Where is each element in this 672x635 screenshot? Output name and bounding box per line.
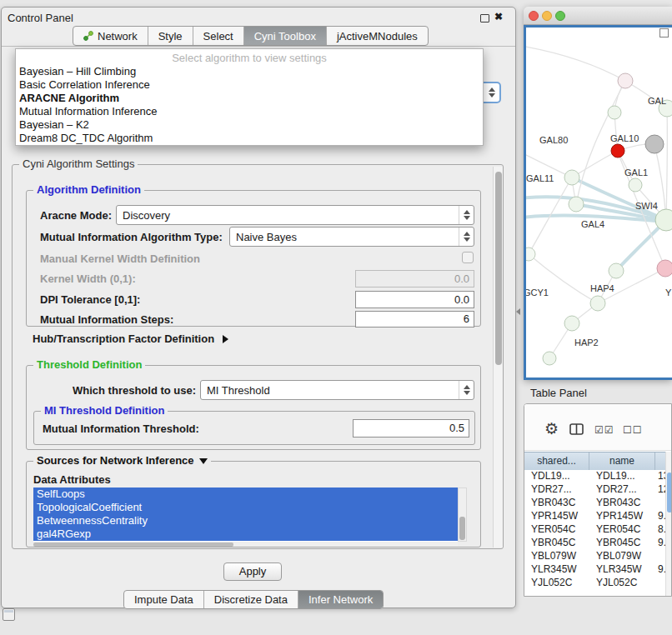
- minimize-traffic-light-icon[interactable]: [542, 11, 552, 21]
- tab-network[interactable]: Network: [73, 27, 148, 45]
- list-item-betweennesscentrality[interactable]: BetweennessCentrality: [33, 514, 458, 528]
- network-node-selected[interactable]: [645, 135, 664, 153]
- expanded-arrow-icon[interactable]: [199, 458, 208, 464]
- table-cell[interactable]: 9.: [655, 563, 665, 575]
- table-row[interactable]: YDR27... YDR27... 12: [524, 482, 665, 496]
- tab-impute-data[interactable]: Impute Data: [124, 591, 204, 608]
- mi-algorithm-type-select[interactable]: Naive Bayes: [229, 227, 474, 247]
- list-item-gal4rgexp[interactable]: gal4RGexp: [33, 528, 458, 541]
- network-node[interactable]: [609, 263, 624, 278]
- table-row[interactable]: YBR043C YBR043C: [524, 496, 665, 509]
- collapsed-arrow-icon[interactable]: [223, 335, 228, 343]
- zoom-traffic-light-icon[interactable]: [555, 11, 565, 21]
- table-cell[interactable]: YER054C: [524, 523, 589, 535]
- sources-toggle[interactable]: Sources for Network Inference: [33, 454, 211, 467]
- hub-definition-toggle[interactable]: Hub/Transcription Factor Definition: [33, 332, 228, 345]
- settings-scrollbar-thumb[interactable]: [495, 172, 502, 365]
- table-cell[interactable]: YJL052C: [524, 577, 589, 588]
- table-row[interactable]: YPR145W YPR145W 9.: [524, 509, 665, 522]
- tab-jactivemodules[interactable]: jActiveMNodules: [327, 27, 428, 45]
- table-cell[interactable]: 9.: [655, 537, 665, 548]
- table-cell[interactable]: YBL079W: [524, 550, 589, 562]
- network-node[interactable]: [526, 248, 535, 261]
- table-cell[interactable]: YDR27...: [524, 483, 589, 495]
- network-node[interactable]: [618, 73, 633, 88]
- table-cell[interactable]: 12: [655, 483, 665, 495]
- tab-cyni-toolbox[interactable]: Cyni Toolbox: [244, 27, 327, 45]
- network-window-titlebar[interactable]: [524, 7, 672, 25]
- column-layout-icon[interactable]: [569, 423, 584, 435]
- minimized-panel-icon[interactable]: [3, 608, 15, 621]
- deselect-all-checks-icon[interactable]: ☐☐: [623, 424, 643, 436]
- table-cell[interactable]: 13: [655, 470, 665, 482]
- table-row[interactable]: YDL19... YDL19... 13: [524, 469, 665, 482]
- dropdown-item-aracne[interactable]: ARACNE Algorithm: [16, 92, 483, 105]
- list-item-selfloops[interactable]: SelfLoops: [33, 488, 458, 501]
- network-node[interactable]: [564, 316, 579, 331]
- tab-style[interactable]: Style: [148, 27, 193, 45]
- network-node-highlighted[interactable]: [611, 144, 624, 158]
- mi-threshold-field[interactable]: 0.5: [353, 419, 469, 438]
- network-node[interactable]: [608, 106, 621, 119]
- table-cell[interactable]: YLR345W: [589, 563, 655, 575]
- aracne-mode-select[interactable]: Discovery: [116, 205, 474, 225]
- list-scrollbar-thumb[interactable]: [459, 517, 465, 540]
- manual-kernel-width-checkbox[interactable]: [462, 252, 474, 263]
- list-hscrollbar[interactable]: [33, 542, 458, 547]
- table-cell[interactable]: YJL052C: [589, 577, 655, 588]
- dpi-tolerance-field[interactable]: 0.0: [355, 291, 474, 308]
- table-cell[interactable]: YBL079W: [589, 550, 655, 562]
- table-cell[interactable]: YDR27...: [589, 483, 655, 495]
- table-scrollbar[interactable]: [665, 452, 672, 597]
- network-node[interactable]: [543, 352, 556, 365]
- settings-scrollbar[interactable]: [493, 167, 503, 548]
- network-node[interactable]: [569, 197, 584, 212]
- dropdown-item-bayesian-k2[interactable]: Bayesian – K2: [16, 118, 483, 132]
- table-cell[interactable]: YDL19...: [524, 470, 589, 482]
- table-row[interactable]: YER054C YER054C 8.: [524, 522, 665, 536]
- list-hscrollbar-thumb[interactable]: [33, 542, 233, 547]
- network-canvas[interactable]: GAL80 GAL10 GAL GAL11 GAL1 SWI4 GAL4 GCY…: [526, 28, 672, 378]
- table-cell[interactable]: 9.: [655, 510, 665, 522]
- network-node-pink[interactable]: [657, 260, 672, 277]
- close-icon[interactable]: ✖: [494, 11, 503, 22]
- apply-button[interactable]: Apply: [223, 562, 282, 581]
- network-node[interactable]: [590, 296, 605, 311]
- table-row[interactable]: YBR045C YBR045C 9.: [524, 536, 665, 549]
- dropdown-item-mutual-information[interactable]: Mutual Information Inference: [16, 105, 483, 118]
- table-row[interactable]: YJL052C YJL052C: [524, 576, 665, 589]
- table-cell[interactable]: YBR043C: [524, 497, 589, 508]
- splitter-collapse-arrow[interactable]: [516, 308, 520, 315]
- table-cell[interactable]: YBR045C: [524, 537, 589, 548]
- kernel-width-field[interactable]: 0.0: [355, 270, 474, 288]
- table-cell[interactable]: YPR145W: [589, 510, 655, 522]
- table-cell[interactable]: YBR043C: [589, 497, 655, 508]
- table-cell[interactable]: 8.: [655, 523, 665, 535]
- column-header-name[interactable]: name: [589, 452, 655, 470]
- list-item-topologicalcoefficient[interactable]: TopologicalCoefficient: [33, 501, 458, 514]
- mi-steps-field[interactable]: 6: [355, 311, 474, 328]
- dropdown-item-dream8[interactable]: Dream8 DC_TDC Algorithm: [16, 132, 483, 145]
- float-window-icon[interactable]: [480, 14, 489, 22]
- list-scrollbar[interactable]: [458, 488, 467, 542]
- tab-infer-network[interactable]: Infer Network: [298, 591, 383, 608]
- table-row[interactable]: YBL079W YBL079W: [524, 549, 665, 562]
- table-cell[interactable]: YBR045C: [589, 537, 655, 548]
- table-cell[interactable]: YDL19...: [589, 470, 655, 482]
- tab-discretize-data[interactable]: Discretize Data: [204, 591, 298, 608]
- table-row[interactable]: YLR345W YLR345W 9.: [524, 562, 665, 576]
- which-threshold-select[interactable]: MI Threshold: [200, 380, 474, 400]
- table-cell[interactable]: YLR345W: [524, 563, 589, 575]
- network-node[interactable]: [629, 178, 642, 192]
- close-traffic-light-icon[interactable]: [529, 11, 539, 21]
- tab-select[interactable]: Select: [193, 27, 244, 45]
- dropdown-item-bayesian-hill-climbing[interactable]: Bayesian – Hill Climbing: [16, 65, 483, 78]
- table-cell[interactable]: YPR145W: [524, 510, 589, 522]
- gear-icon[interactable]: ⚙: [544, 419, 559, 438]
- network-view-checkbox[interactable]: [659, 28, 669, 38]
- table-scrollbar-thumb[interactable]: [667, 472, 672, 512]
- network-node[interactable]: [564, 170, 579, 185]
- column-header-shared-name[interactable]: shared...: [524, 452, 589, 470]
- dropdown-item-basic-correlation[interactable]: Basic Correlation Inference: [16, 78, 483, 92]
- table-cell[interactable]: YER054C: [589, 523, 655, 535]
